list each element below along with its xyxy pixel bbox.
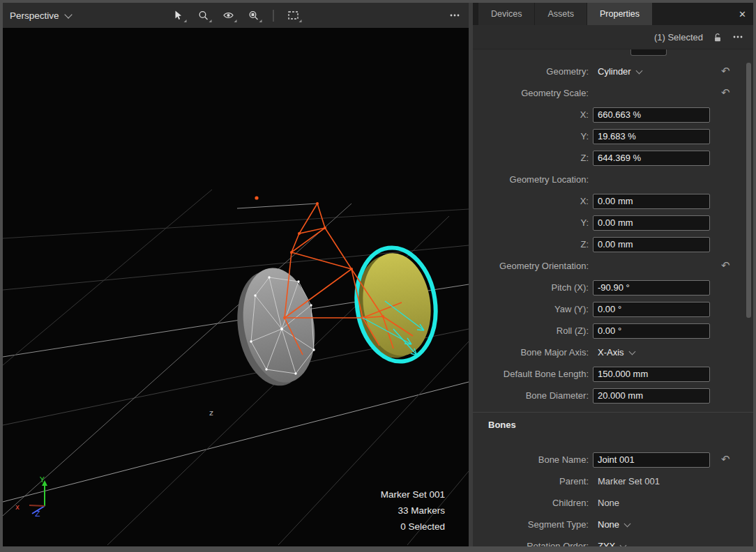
property-label: Default Bone Length: — [473, 369, 593, 379]
property-label: Geometry: — [473, 66, 593, 77]
property-value-cell — [593, 129, 713, 144]
property-row: Default Bone Length: — [473, 363, 753, 385]
property-row: Geometry Scale:↶ — [473, 82, 753, 104]
tab-properties[interactable]: Properties — [587, 3, 652, 25]
eye-icon — [223, 10, 234, 21]
property-value-cell: ZYX — [593, 541, 713, 546]
selection-bar: (1) Selected — [473, 25, 753, 49]
property-value-cell — [593, 107, 713, 123]
property-label: Geometry Orientation: — [473, 261, 593, 271]
scrollbar[interactable] — [746, 63, 751, 318]
property-input[interactable] — [593, 302, 710, 317]
property-row: Children:None — [473, 492, 753, 514]
property-row: Geometry Location: — [473, 169, 753, 190]
property-static-value: None — [598, 498, 619, 508]
grid-axis-label: z — [209, 408, 213, 417]
unlock-icon[interactable] — [713, 32, 723, 43]
viewport-more-button[interactable] — [449, 3, 460, 28]
property-input[interactable] — [593, 129, 710, 144]
property-row: Segment Type:None — [473, 514, 753, 535]
property-input[interactable] — [593, 388, 710, 404]
property-value-cell: Marker Set 001 — [593, 476, 713, 486]
tab-assets[interactable]: Assets — [535, 3, 587, 25]
property-value-cell — [593, 452, 713, 468]
property-row: Bone Major Axis:X-Axis — [473, 342, 753, 363]
panel-more-button[interactable] — [732, 31, 743, 43]
property-label: Z: — [473, 153, 593, 163]
marquee-select-button[interactable] — [283, 6, 304, 24]
tab-devices[interactable]: Devices — [478, 3, 534, 25]
chevron-down-icon — [620, 542, 627, 546]
gray-disc-geometry — [228, 262, 324, 391]
zoom-tool-button[interactable] — [193, 6, 214, 24]
svg-text:x: x — [15, 503, 20, 511]
property-dropdown[interactable]: ZYX — [598, 541, 626, 546]
property-input[interactable] — [593, 323, 710, 339]
property-input[interactable] — [593, 194, 710, 209]
magnifier-icon — [198, 10, 209, 21]
property-label: Pitch (X): — [473, 282, 593, 293]
property-row: Z: — [473, 233, 753, 255]
camera-mode-label: Perspective — [10, 10, 59, 21]
property-value-cell — [593, 215, 713, 231]
property-value-cell — [593, 151, 713, 166]
svg-text:Y: Y — [39, 475, 45, 484]
property-row: Yaw (Y): — [473, 298, 753, 320]
reset-icon[interactable]: ↶ — [721, 88, 730, 98]
property-label: Geometry Location: — [473, 174, 593, 185]
property-row: Geometry Orientation:↶ — [473, 255, 753, 277]
clipped-control — [630, 49, 667, 56]
camera-mode-dropdown[interactable]: Perspective — [10, 10, 71, 21]
property-dropdown[interactable]: None — [598, 519, 630, 530]
property-label: Parent: — [473, 476, 593, 486]
3d-viewport[interactable]: z — [3, 3, 469, 546]
property-input[interactable] — [593, 107, 710, 123]
reset-icon[interactable]: ↶ — [721, 454, 730, 465]
reset-icon[interactable]: ↶ — [721, 66, 730, 77]
property-input[interactable] — [593, 452, 710, 468]
zoom-fit-tool-button[interactable] — [243, 6, 264, 24]
property-row: Parent:Marker Set 001 — [473, 470, 753, 492]
select-tool-button[interactable] — [168, 6, 189, 24]
toolbar-divider — [273, 10, 274, 22]
viewport-hud: Marker Set 001 33 Markers 0 Selected — [381, 486, 445, 535]
property-dropdown[interactable]: X-Axis — [598, 347, 635, 358]
property-input[interactable] — [593, 237, 710, 252]
dropdown-value: ZYX — [598, 541, 615, 546]
skeleton-gray-link — [237, 204, 317, 208]
dropdown-value: None — [598, 519, 619, 530]
property-dropdown[interactable]: Cylinder — [598, 66, 642, 77]
properties-content: Geometry:Cylinder↶Geometry Scale:↶X:Y:Z:… — [473, 49, 753, 546]
viewport-toolbar: Perspective — [3, 3, 469, 28]
svg-text:Z: Z — [35, 509, 40, 519]
property-label: Z: — [473, 239, 593, 250]
zoom-fit-icon — [248, 10, 259, 21]
property-value-cell: None — [593, 498, 713, 508]
chevron-down-icon — [624, 521, 631, 528]
property-label: Rotation Order: — [473, 541, 593, 546]
property-row-actions: ↶ — [713, 454, 753, 465]
property-label: Bone Diameter: — [473, 390, 593, 401]
dropdown-value: X-Axis — [598, 347, 624, 358]
dropdown-value: Cylinder — [598, 66, 631, 77]
property-value-cell — [593, 323, 713, 339]
scene-canvas: z — [3, 3, 469, 546]
property-input[interactable] — [593, 280, 710, 296]
property-row: Bone Diameter: — [473, 385, 753, 406]
property-input[interactable] — [593, 215, 710, 231]
property-input[interactable] — [593, 151, 710, 166]
close-panel-button[interactable]: ✕ — [739, 3, 746, 25]
hud-marker-count: 33 Markers — [381, 503, 445, 519]
visibility-tool-button[interactable] — [218, 6, 239, 24]
marquee-rect-icon — [288, 10, 299, 21]
property-label: Geometry Scale: — [473, 88, 593, 98]
property-value-cell — [593, 280, 713, 296]
hud-selected-count: 0 Selected — [381, 519, 445, 535]
property-label: Bone Name: — [473, 454, 593, 465]
reset-icon[interactable]: ↶ — [721, 261, 730, 271]
property-input[interactable] — [593, 367, 710, 382]
chevron-down-icon — [635, 68, 642, 75]
property-row: Y: — [473, 212, 753, 233]
property-row: Geometry:Cylinder↶ — [473, 61, 753, 82]
application-window: z — [3, 3, 753, 546]
